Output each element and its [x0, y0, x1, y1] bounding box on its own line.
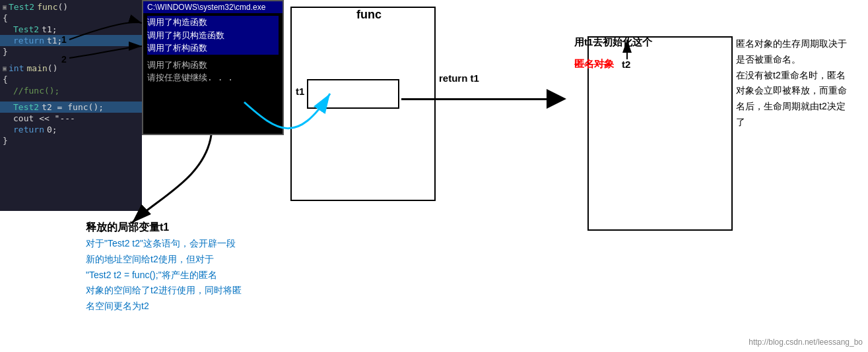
t1-inner-box — [307, 79, 399, 109]
bottom-blue-text: 对于"Test2 t2"这条语句，会开辟一段 新的地址空间给t2使用，但对于 "… — [86, 236, 242, 314]
code-return-zero: 0; — [47, 125, 57, 134]
t2-label-group: 匿名对象 t2 — [574, 58, 630, 71]
anon-object-strikethrough: 匿名对象 — [574, 58, 614, 71]
cmd-line-4: 调用了析构函数 — [147, 59, 279, 72]
right-annotation: 匿名对象的生存周期取决于是否被重命名。在没有被t2重命名时，匿名对象会立即被释放… — [736, 36, 865, 131]
return-line — [401, 98, 547, 100]
code-comment: //func(); — [13, 86, 59, 96]
init-annotation-title: 用t1去初始化这个 — [574, 36, 652, 49]
code-type2: Test2 — [13, 24, 39, 34]
collapse-icon: ▣ — [3, 3, 7, 11]
return-label: return t1 — [439, 73, 479, 84]
cmd-line-5: 请按任意键继续. . . — [147, 71, 279, 84]
code-main-paren: () — [48, 63, 58, 73]
cmd-titlebar: C:\WINDOWS\system32\cmd.exe — [143, 1, 283, 13]
code-cout: cout << "--- — [13, 113, 75, 123]
arrow-num-1: 1 — [61, 34, 67, 45]
arrow-num-2: 2 — [61, 54, 67, 65]
return-arrow — [401, 89, 566, 109]
bottom-title: 释放的局部变量t1 — [86, 221, 169, 235]
cmd-line-1: 调用了构造函数 — [147, 16, 279, 29]
t1-label: t1 — [296, 86, 304, 97]
code-func: func — [37, 2, 57, 12]
code-test2-type: Test2 — [13, 102, 39, 112]
collapse-icon2: ▣ — [3, 65, 7, 72]
cmd-body: 调用了构造函数 调用了拷贝构造函数 调用了析构函数 调用了析构函数 请按任意键继… — [143, 13, 283, 87]
cmd-window: C:\WINDOWS\system32\cmd.exe 调用了构造函数 调用了拷… — [142, 0, 284, 135]
code-editor: ▣ Test2 func () { Test2 t1; return t1; }… — [0, 0, 142, 211]
code-close-brace: } — [3, 136, 8, 146]
code-return-kw2: return — [13, 125, 44, 134]
cmd-line-2: 调用了拷贝构造函数 — [147, 29, 279, 42]
return-arrowhead — [547, 89, 566, 109]
watermark: http://blog.csdn.net/leessang_bo — [749, 337, 863, 347]
code-var: t1; — [42, 24, 57, 34]
code-brace: { — [3, 13, 8, 23]
code-main-brace: { — [3, 74, 8, 84]
code-paren: () — [57, 2, 68, 12]
code-return-val: t1; — [47, 36, 62, 45]
cmd-line-3: 调用了析构函数 — [147, 42, 279, 55]
code-main-func: main — [27, 63, 48, 73]
code-type: Test2 — [9, 2, 34, 12]
t2-renamed-label: t2 — [622, 59, 630, 70]
code-brace2: } — [3, 47, 8, 57]
code-t2-assign: t2 = func(); — [42, 102, 104, 112]
cmd-title: C:\WINDOWS\system32\cmd.exe — [147, 3, 265, 12]
code-int-kw: int — [9, 63, 24, 73]
code-return-kw: return — [13, 36, 44, 45]
func-label: func — [356, 8, 382, 22]
